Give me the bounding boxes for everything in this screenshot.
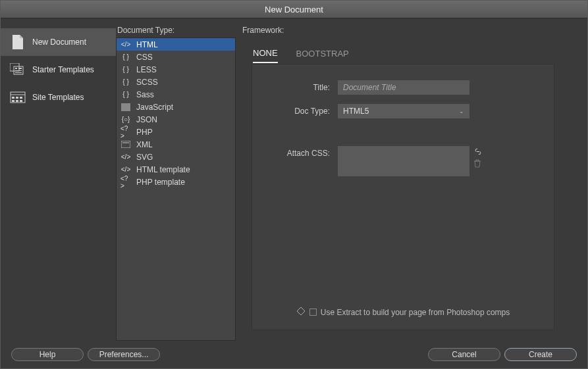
extract-row: Use Extract to build your page from Phot… (265, 301, 541, 323)
document-type-column: Document Type: </>HTML { }CSS { }LESS { … (116, 18, 236, 341)
sidebar-item-site-templates[interactable]: Site Templates (1, 84, 116, 111)
doctype-select[interactable]: HTML5 ⌄ (338, 104, 469, 118)
preferences-button[interactable]: Preferences... (88, 348, 160, 361)
create-button[interactable]: Create (504, 348, 577, 361)
svg-rect-9 (16, 97, 18, 99)
attach-css-area[interactable] (338, 146, 469, 176)
svg-rect-11 (12, 100, 14, 102)
sidebar-item-label: Site Templates (32, 93, 84, 102)
title-label: Title: (265, 80, 338, 92)
svg-rect-10 (20, 97, 22, 99)
doctype-item-json[interactable]: {○}JSON (117, 113, 235, 126)
xml-icon (120, 140, 131, 149)
svg-rect-0 (10, 63, 19, 71)
svg-rect-4 (15, 70, 22, 71)
braces-icon: { } (120, 53, 131, 62)
document-type-label: Document Type: (116, 18, 236, 37)
link-icon[interactable] (473, 147, 483, 157)
code-icon: </> (120, 165, 131, 174)
doctype-item-php[interactable]: <?>PHP (117, 126, 235, 138)
form-area: Title: Doc Type: HTML5 ⌄ Attach CSS: (252, 64, 554, 330)
sidebar-item-label: New Document (32, 37, 86, 47)
braces-icon: { } (120, 78, 131, 87)
right-pane: Framework: NONE BOOTSTRAP Title: Doc Typ… (236, 18, 587, 341)
sidebar: New Document Starter Templates Site Temp… (1, 18, 116, 341)
php-icon: <?> (120, 128, 131, 137)
doctype-item-html-template[interactable]: </>HTML template (117, 163, 235, 176)
doctype-label: Doc Type: (265, 104, 338, 116)
attach-css-label: Attach CSS: (265, 146, 338, 158)
json-icon: {○} (120, 115, 131, 124)
doctype-item-scss[interactable]: { }SCSS (117, 76, 235, 88)
sidebar-item-new-document[interactable]: New Document (1, 28, 116, 56)
document-icon (10, 34, 26, 50)
doctype-item-sass[interactable]: { }Sass (117, 88, 235, 101)
svg-rect-2 (15, 68, 17, 69)
svg-rect-8 (12, 97, 14, 99)
footer: Help Preferences... Cancel Create (1, 341, 587, 368)
doctype-item-html[interactable]: </>HTML (117, 38, 235, 51)
extract-checkbox[interactable] (309, 308, 317, 316)
chevron-down-icon: ⌄ (459, 108, 464, 114)
tab-bootstrap[interactable]: BOOTSTRAP (296, 45, 349, 62)
sidebar-item-label: Starter Templates (32, 65, 94, 74)
sidebar-item-starter-templates[interactable]: Starter Templates (1, 56, 116, 84)
window-title: New Document (265, 5, 323, 14)
svg-rect-15 (121, 141, 130, 148)
svg-rect-3 (18, 68, 22, 69)
doctype-item-css[interactable]: { }CSS (117, 51, 235, 63)
doctype-item-svg[interactable]: </>SVG (117, 151, 235, 163)
braces-icon: { } (120, 65, 131, 74)
title-input[interactable] (338, 80, 469, 95)
cancel-button[interactable]: Cancel (428, 348, 500, 361)
framework-tabs: NONE BOOTSTRAP (241, 37, 587, 64)
trash-icon[interactable] (473, 159, 483, 170)
svg-rect-5 (15, 72, 22, 73)
extract-label: Use Extract to build your page from Phot… (321, 308, 510, 317)
templates-icon (10, 62, 26, 78)
framework-label: Framework: (241, 18, 587, 37)
braces-icon: { } (120, 90, 131, 99)
document-type-list[interactable]: </>HTML { }CSS { }LESS { }SCSS { }Sass J… (116, 37, 236, 341)
extract-icon (296, 307, 306, 318)
code-icon: </> (120, 40, 131, 49)
doctype-item-javascript[interactable]: JavaScript (117, 101, 235, 113)
doctype-item-less[interactable]: { }LESS (117, 63, 235, 76)
site-icon (10, 89, 26, 105)
js-icon (120, 103, 131, 112)
php-icon: <?> (120, 178, 131, 187)
help-button[interactable]: Help (11, 348, 84, 361)
code-icon: </> (120, 153, 131, 162)
svg-rect-12 (16, 100, 18, 102)
doctype-item-xml[interactable]: XML (117, 138, 235, 151)
tab-none[interactable]: NONE (253, 44, 278, 63)
doctype-item-php-template[interactable]: <?>PHP template (117, 176, 235, 188)
svg-rect-13 (20, 100, 22, 102)
svg-rect-14 (121, 103, 130, 111)
titlebar: New Document (1, 1, 587, 18)
